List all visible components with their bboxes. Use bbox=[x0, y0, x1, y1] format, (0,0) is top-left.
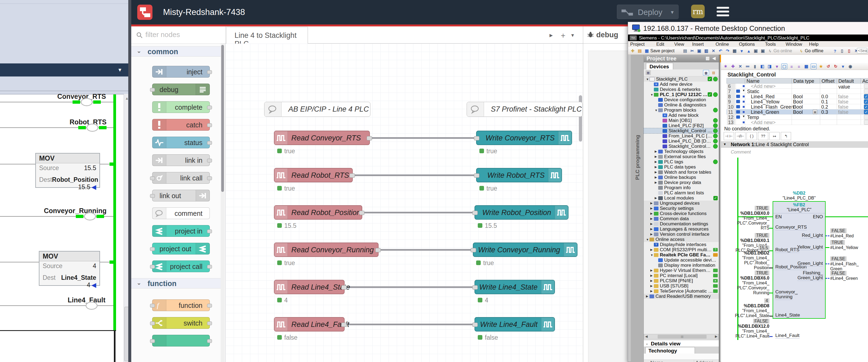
node-port-out[interactable] bbox=[341, 323, 347, 327]
toolbar-search-box[interactable]: <Sea bbox=[857, 48, 867, 53]
tab-list-icon[interactable]: ▾ bbox=[571, 32, 574, 38]
tree-expander-icon[interactable]: ▶ bbox=[655, 196, 658, 200]
node-port-in[interactable] bbox=[474, 173, 479, 178]
normally-open-contact-icon[interactable]: ⊣ ⊢ bbox=[724, 132, 734, 140]
node-port-out[interactable] bbox=[207, 229, 212, 233]
node-port-in[interactable] bbox=[150, 247, 155, 251]
download-icon[interactable]: ▼ bbox=[739, 48, 745, 54]
node-port-out[interactable] bbox=[207, 265, 212, 269]
accessible-checkbox[interactable]: ✓ bbox=[864, 99, 868, 104]
datatype-dropdown-icon[interactable]: ▤ bbox=[813, 110, 817, 114]
node-port-out[interactable] bbox=[349, 173, 355, 178]
node-port-in[interactable] bbox=[150, 88, 155, 92]
stop-runtime-icon[interactable]: ▯ bbox=[846, 48, 852, 54]
tree-expander-icon[interactable]: ▶ bbox=[650, 217, 654, 220]
node-port-in[interactable] bbox=[150, 194, 155, 198]
tree-item[interactable]: Devices & networks bbox=[644, 87, 719, 92]
tree-expander-icon[interactable]: ▶ bbox=[655, 150, 658, 153]
node-port-in[interactable] bbox=[150, 265, 155, 269]
palette-node-catch[interactable]: catch bbox=[152, 119, 210, 131]
tree-item[interactable]: ▼Online access bbox=[644, 237, 719, 242]
copy-snapshot-icon[interactable]: ◨ bbox=[767, 63, 773, 69]
delete-row-icon[interactable]: ✕ bbox=[737, 63, 743, 69]
palette-node-link call[interactable]: link call bbox=[152, 172, 210, 184]
pin-icon[interactable]: ▥ bbox=[706, 56, 710, 61]
tree-expander-icon[interactable]: ▶ bbox=[655, 165, 658, 169]
node-port-in[interactable] bbox=[150, 339, 155, 343]
accessible-checkbox[interactable] bbox=[864, 89, 868, 94]
tree-expander-icon[interactable]: ▶ bbox=[650, 269, 654, 272]
tree-expander-icon[interactable]: ▶ bbox=[650, 289, 654, 293]
operand-name[interactable]: RTS bbox=[729, 226, 769, 230]
node-port-in[interactable] bbox=[472, 323, 478, 327]
operand-name[interactable]: #Line4_Flash_ bbox=[830, 261, 867, 267]
tree-item[interactable]: ▶Security settings bbox=[644, 206, 719, 211]
open-project-icon[interactable]: ▤ bbox=[637, 48, 643, 54]
tree-expander-icon[interactable]: ▶ bbox=[650, 279, 654, 282]
stop-cpu-icon[interactable]: ▣ bbox=[760, 48, 766, 54]
menu-edit[interactable]: Edit bbox=[656, 41, 664, 47]
normally-closed-contact-icon[interactable]: ⊣/⊢ bbox=[735, 132, 745, 140]
mov-source-value[interactable]: 4 bbox=[93, 262, 96, 270]
tag-datatype[interactable]: Bool bbox=[793, 109, 803, 115]
tree-expander-icon[interactable]: ▶ bbox=[650, 222, 654, 226]
open-branch-icon[interactable]: ↦ bbox=[769, 132, 780, 140]
tia-titlebar[interactable]: TIA Siemens - C:\Users\richard\Documents… bbox=[628, 34, 868, 41]
tree-expander-icon[interactable]: ▶ bbox=[655, 175, 658, 179]
menu-help[interactable]: Help bbox=[809, 41, 818, 47]
node-port-in[interactable] bbox=[474, 136, 479, 140]
tree-item[interactable]: ▶Version control interface bbox=[644, 232, 719, 237]
tree-item[interactable]: Main [OB1] bbox=[644, 118, 719, 123]
operand-name[interactable]: "From_Line4_ bbox=[729, 281, 769, 285]
scroll-thumb[interactable]: |||| bbox=[658, 335, 707, 339]
tag-table-row[interactable]: 6<Add new> bbox=[726, 84, 868, 89]
tab-devices[interactable]: Devices bbox=[646, 63, 673, 69]
column-header-Data type[interactable]: Data type bbox=[792, 78, 820, 84]
tree-expander-icon[interactable]: ▼ bbox=[646, 238, 650, 241]
node-port-out[interactable] bbox=[359, 211, 365, 215]
node-port-out[interactable] bbox=[207, 339, 212, 343]
flow-node-write[interactable]: Write Conveyor_Running bbox=[473, 243, 578, 257]
node-port-in[interactable] bbox=[150, 322, 155, 325]
tree-item[interactable]: ✶Add new device bbox=[644, 82, 719, 87]
rdp-titlebar[interactable]: 192.168.0.137 - Remote Desktop Connectio… bbox=[628, 22, 868, 34]
tree-item[interactable]: ▶Online backups bbox=[644, 175, 719, 180]
menu-insert[interactable]: Insert bbox=[692, 41, 704, 47]
tree-item[interactable]: Stacklight_Control_DB [... bbox=[644, 144, 719, 149]
output-coil[interactable] bbox=[81, 98, 93, 106]
node-port-in[interactable] bbox=[471, 248, 476, 252]
menu-window[interactable]: Window bbox=[786, 41, 802, 47]
scroll-left-icon[interactable]: ◀ bbox=[645, 335, 648, 338]
tree-item[interactable]: Line4_PLC [FB2] bbox=[644, 123, 719, 128]
tree-item[interactable]: ▶TeleService [Automatic protoco... bbox=[644, 288, 719, 294]
tree-item[interactable]: Update accessible devices bbox=[644, 257, 719, 263]
menu-project[interactable]: Project bbox=[630, 41, 645, 47]
monitor-icon[interactable]: ◉ bbox=[847, 63, 853, 69]
tree-item[interactable]: ▶Hyper-V Virtual Ethernet Adapter bbox=[644, 268, 719, 273]
palette-node-comment[interactable]: comment bbox=[152, 207, 210, 219]
palette-node-project out[interactable]: project out bbox=[152, 243, 210, 254]
tree-expander-icon[interactable]: ▶ bbox=[655, 160, 658, 164]
save-project-icon-label[interactable]: Save project bbox=[650, 49, 675, 53]
tree-expander-icon[interactable]: ▶ bbox=[650, 212, 654, 215]
column-header-Default value[interactable]: Default value bbox=[837, 78, 861, 84]
tree-expander-icon[interactable]: ▶ bbox=[650, 274, 654, 277]
tree-item[interactable]: ▼PLC_1 [CPU 1212C AC/DC/Rly]✓ bbox=[644, 92, 719, 97]
menu-tools[interactable]: Tools bbox=[765, 41, 776, 47]
node-port-out[interactable] bbox=[341, 285, 347, 289]
tree-item[interactable]: ▶Documentation settings bbox=[644, 221, 719, 226]
tree-expander-icon[interactable]: ▶ bbox=[655, 181, 658, 184]
tab-line4-to-stacklight[interactable]: Line 4 to Stacklight PLC bbox=[226, 27, 308, 44]
download-icon[interactable]: ▼ bbox=[840, 63, 846, 69]
accessible-checkbox[interactable] bbox=[864, 115, 868, 119]
accessible-checkbox[interactable]: ✓ bbox=[864, 110, 868, 114]
tree-item[interactable]: ▶External source files bbox=[644, 154, 719, 159]
node-port-in[interactable] bbox=[472, 211, 478, 215]
tag-table-row[interactable]: 11Line4_GreenBool▤0.3false✓ bbox=[726, 109, 868, 115]
close-branch-icon[interactable]: ↰ bbox=[781, 132, 791, 140]
scroll-right-icon[interactable]: ▶ bbox=[715, 335, 717, 338]
node-port-out[interactable] bbox=[207, 141, 212, 145]
rung-tag-label[interactable]: Conveyor_RTS bbox=[16, 92, 106, 101]
tree-item[interactable]: Line4_PLC_DB [DB2] bbox=[644, 139, 719, 144]
node-port-out[interactable] bbox=[207, 304, 212, 308]
